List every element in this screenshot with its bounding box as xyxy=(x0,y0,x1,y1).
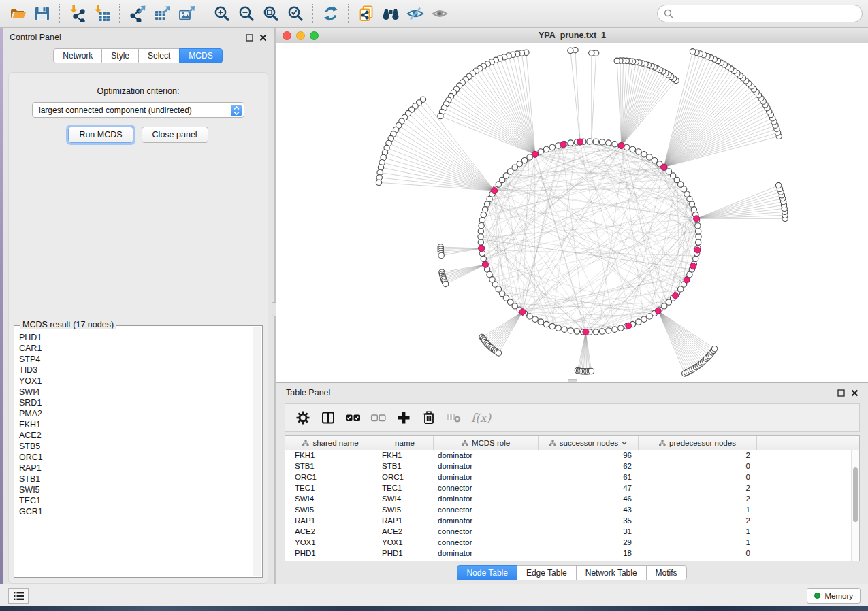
table-row[interactable]: FKH1FKH1dominator962 xyxy=(285,450,852,461)
toolbar-separator xyxy=(119,4,120,23)
mcds-result-item[interactable]: ACE2 xyxy=(19,430,253,441)
column-header-name[interactable]: name xyxy=(376,436,434,450)
mcds-result-item[interactable]: GCR1 xyxy=(19,506,253,517)
network-graph[interactable] xyxy=(276,43,868,382)
table-row[interactable]: TEC1TEC1connector472 xyxy=(285,482,852,493)
zoom-fit-icon[interactable] xyxy=(259,3,283,24)
mcds-result-item[interactable]: PMA2 xyxy=(19,408,253,419)
network-canvas[interactable] xyxy=(276,43,868,382)
close-panel-button[interactable]: Close panel xyxy=(142,127,208,143)
mcds-result-item[interactable]: CAR1 xyxy=(19,343,253,354)
export-table-icon[interactable] xyxy=(150,3,174,24)
search-box[interactable] xyxy=(657,5,863,22)
close-panel-icon[interactable] xyxy=(851,389,858,397)
cell-mcds-role: dominator xyxy=(434,473,539,481)
mcds-result-item[interactable]: PHD1 xyxy=(19,332,253,343)
toolbar-separator xyxy=(59,4,61,23)
mcds-result-item[interactable]: SWI5 xyxy=(19,484,253,495)
table-row[interactable]: PHD1PHD1dominator180 xyxy=(285,548,852,559)
mcds-result-item[interactable]: SRD1 xyxy=(19,397,253,408)
cell-shared-name: STB1 xyxy=(285,462,376,470)
minimize-window-icon[interactable] xyxy=(296,31,305,40)
table-row[interactable]: RAP1RAP1dominator352 xyxy=(285,515,852,526)
cell-predecessor-nodes: 2 xyxy=(639,484,757,492)
column-header-mcds-role[interactable]: MCDS role xyxy=(434,436,539,450)
export-network-icon[interactable] xyxy=(125,3,150,24)
zoom-out-icon[interactable] xyxy=(234,3,259,24)
cell-name: SWI5 xyxy=(376,506,434,514)
network-window-titlebar[interactable]: YPA_prune.txt_1 xyxy=(276,28,868,44)
save-session-icon[interactable] xyxy=(30,3,54,24)
criterion-select[interactable]: largest connected component (undirected) xyxy=(32,102,244,118)
import-network-icon[interactable] xyxy=(65,3,90,24)
mcds-result-item[interactable]: STP4 xyxy=(19,354,253,365)
cell-name: FKH1 xyxy=(376,451,434,459)
column-namespace-icon xyxy=(302,440,309,446)
tab-node-table[interactable]: Node Table xyxy=(457,565,517,580)
close-panel-icon[interactable] xyxy=(259,34,267,42)
add-row-icon[interactable] xyxy=(394,408,413,427)
network-view-window: YPA_prune.txt_1 xyxy=(276,28,868,382)
open-file-icon[interactable] xyxy=(5,3,30,24)
deselect-all-rows-icon[interactable] xyxy=(369,408,388,427)
cell-successor-nodes: 35 xyxy=(539,516,639,525)
mcds-result-item[interactable]: SWI4 xyxy=(19,386,253,397)
cell-shared-name: TEC1 xyxy=(285,484,376,492)
mcds-result-list: PHD1CAR1STP4TID3YOX1SWI4SRD1PMA2FKH1ACE2… xyxy=(14,328,253,576)
delete-rows-icon[interactable] xyxy=(419,408,438,427)
mcds-result-item[interactable]: ORC1 xyxy=(19,452,253,463)
zoom-selected-icon[interactable] xyxy=(283,3,308,24)
column-header-predecessor-nodes[interactable]: predecessor nodes xyxy=(639,436,757,450)
table-scrollbar[interactable] xyxy=(851,450,859,561)
main-toolbar xyxy=(0,0,868,28)
float-panel-icon[interactable] xyxy=(246,34,253,42)
column-header-shared-name[interactable]: shared name xyxy=(285,436,376,450)
table-scrollbar-thumb[interactable] xyxy=(853,467,858,522)
mcds-list-scrollbar[interactable] xyxy=(253,327,261,576)
table-row[interactable]: SWI4SWI4dominator462 xyxy=(285,493,852,504)
cell-name: SWI4 xyxy=(376,495,434,503)
mcds-result-item[interactable]: RAP1 xyxy=(19,463,253,474)
table-row[interactable]: STB1STB1dominator620 xyxy=(285,461,852,472)
search-input[interactable] xyxy=(677,8,862,19)
tab-select[interactable]: Select xyxy=(138,48,180,63)
tab-style[interactable]: Style xyxy=(101,48,139,63)
table-row[interactable]: SWI5SWI5connector431 xyxy=(285,504,852,515)
close-window-icon[interactable] xyxy=(283,31,291,40)
tab-motifs[interactable]: Motifs xyxy=(646,565,687,580)
first-neighbors-icon[interactable] xyxy=(379,3,403,24)
export-image-icon[interactable] xyxy=(174,3,199,24)
table-row[interactable]: ORC1ORC1dominator610 xyxy=(285,472,852,482)
import-table-icon[interactable] xyxy=(90,3,114,24)
mcds-result-item[interactable]: TEC1 xyxy=(19,495,253,506)
tab-mcds[interactable]: MCDS xyxy=(179,48,222,63)
mcds-result-item[interactable]: FKH1 xyxy=(19,419,253,430)
mcds-result-item[interactable]: YOX1 xyxy=(19,376,253,386)
show-all-icon[interactable] xyxy=(428,3,452,24)
table-row[interactable]: ACE2ACE2connector311 xyxy=(285,526,852,537)
tab-edge-table[interactable]: Edge Table xyxy=(517,565,577,580)
apply-layout-icon[interactable] xyxy=(319,3,343,24)
mcds-result-item[interactable]: STB1 xyxy=(19,474,253,484)
cell-predecessor-nodes: 2 xyxy=(639,495,757,503)
mcds-result-item[interactable]: STB5 xyxy=(19,441,253,452)
table-row[interactable]: YOX1YOX1connector291 xyxy=(285,537,852,548)
float-panel-icon[interactable] xyxy=(837,389,845,397)
cell-shared-name: RAP1 xyxy=(285,516,376,525)
show-columns-icon[interactable] xyxy=(319,408,338,427)
mcds-result-item[interactable]: TID3 xyxy=(19,365,253,376)
tab-network[interactable]: Network xyxy=(53,48,102,63)
select-all-rows-icon[interactable] xyxy=(344,408,363,427)
cell-predecessor-nodes: 0 xyxy=(639,473,757,481)
run-mcds-button[interactable]: Run MCDS xyxy=(68,127,133,143)
new-network-from-selection-icon[interactable] xyxy=(354,3,379,24)
table-options-gear-icon[interactable] xyxy=(293,408,312,427)
memory-button[interactable]: Memory xyxy=(807,588,861,604)
task-history-button[interactable] xyxy=(8,588,29,604)
node-table-body: FKH1FKH1dominator962STB1STB1dominator620… xyxy=(285,450,852,561)
maximize-window-icon[interactable] xyxy=(310,31,319,40)
zoom-in-icon[interactable] xyxy=(210,3,234,24)
column-header-successor-nodes[interactable]: successor nodes xyxy=(539,436,639,450)
tab-network-table[interactable]: Network Table xyxy=(576,565,647,580)
hide-selected-icon[interactable] xyxy=(403,3,428,24)
